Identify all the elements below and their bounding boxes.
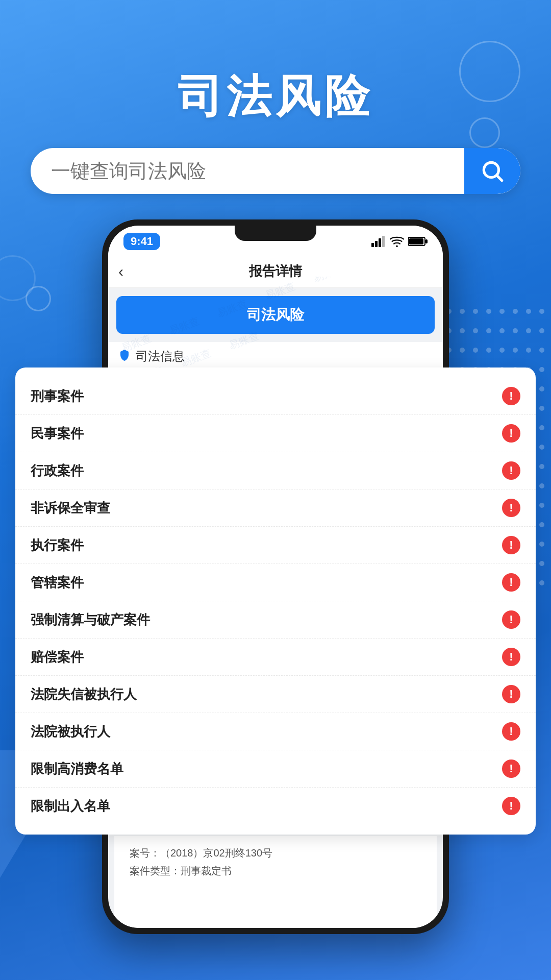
bottom-case-info: 案号：（2018）京02刑终130号 案件类型：刑事裁定书 [114, 836, 437, 928]
svg-point-87 [539, 503, 544, 508]
list-item-label: 强制清算与破产案件 [31, 611, 150, 629]
bg-circle-4 [26, 286, 51, 311]
svg-point-18 [473, 348, 478, 353]
list-item[interactable]: 限制出入名单! [15, 788, 536, 824]
list-item[interactable]: 刑事案件! [15, 378, 536, 415]
svg-point-19 [486, 348, 491, 353]
list-item[interactable]: 执行案件! [15, 527, 536, 564]
alert-icon: ! [502, 499, 520, 517]
list-item[interactable]: 管辖案件! [15, 564, 536, 601]
shield-icon [118, 349, 131, 364]
alert-icon: ! [502, 685, 520, 703]
search-icon [480, 158, 505, 184]
svg-point-7 [539, 309, 544, 314]
status-icons [371, 236, 428, 247]
search-button[interactable] [464, 148, 520, 194]
alert-icon: ! [502, 760, 520, 778]
svg-rect-125 [382, 236, 385, 247]
list-item-label: 管辖案件 [31, 574, 84, 592]
bg-circle-3 [0, 255, 36, 301]
svg-point-55 [539, 425, 544, 430]
svg-point-21 [513, 348, 518, 353]
list-item[interactable]: 行政案件! [15, 452, 536, 489]
svg-rect-123 [375, 241, 378, 247]
status-time: 9:41 [123, 233, 160, 250]
svg-point-39 [539, 386, 544, 391]
svg-point-111 [539, 561, 544, 566]
svg-point-22 [526, 348, 531, 353]
alert-icon: ! [502, 797, 520, 815]
battery-icon [408, 236, 428, 247]
svg-point-47 [539, 406, 544, 411]
svg-point-2 [473, 309, 478, 314]
svg-point-79 [539, 483, 544, 488]
svg-point-12 [499, 328, 505, 333]
svg-point-1 [460, 309, 465, 314]
list-item[interactable]: 赔偿案件! [15, 639, 536, 676]
svg-point-13 [513, 328, 518, 333]
alert-icon: ! [502, 424, 520, 443]
svg-point-95 [539, 522, 544, 527]
case-type: 案件类型：刑事裁定书 [130, 864, 421, 878]
svg-rect-124 [379, 238, 381, 247]
list-item-label: 限制高消费名单 [31, 760, 123, 778]
alert-icon: ! [502, 722, 520, 741]
alert-icon: ! [502, 610, 520, 629]
section-header: 司法信息 [108, 342, 443, 371]
alert-icon: ! [502, 536, 520, 554]
list-item-label: 法院失信被执行人 [31, 685, 137, 703]
svg-point-15 [539, 328, 544, 333]
svg-point-63 [539, 445, 544, 450]
svg-point-71 [539, 464, 544, 469]
search-input[interactable] [31, 148, 464, 194]
svg-point-23 [539, 348, 544, 353]
list-item-label: 限制出入名单 [31, 797, 110, 815]
list-item[interactable]: 强制清算与破产案件! [15, 601, 536, 639]
list-item-label: 民事案件 [31, 425, 84, 443]
list-item-label: 法院被执行人 [31, 723, 110, 741]
svg-rect-128 [409, 238, 423, 244]
svg-point-17 [460, 348, 465, 353]
alert-icon: ! [502, 573, 520, 592]
list-item-label: 执行案件 [31, 536, 84, 554]
signal-icon [371, 236, 386, 247]
search-bar [31, 148, 520, 194]
list-item-label: 刑事案件 [31, 387, 84, 405]
tab-button[interactable]: 司法风险 [116, 296, 435, 334]
svg-rect-129 [425, 239, 428, 243]
list-item-label: 非诉保全审查 [31, 499, 110, 517]
alert-icon: ! [502, 461, 520, 480]
svg-point-9 [460, 328, 465, 333]
list-item[interactable]: 限制高消费名单! [15, 750, 536, 788]
svg-point-119 [539, 580, 544, 585]
svg-point-3 [486, 309, 491, 314]
svg-point-103 [539, 542, 544, 547]
svg-point-5 [513, 309, 518, 314]
svg-point-6 [526, 309, 531, 314]
list-item[interactable]: 法院被执行人! [15, 713, 536, 750]
svg-point-11 [486, 328, 491, 333]
alert-icon: ! [502, 387, 520, 405]
back-button[interactable]: ‹ [118, 263, 139, 280]
svg-line-121 [497, 176, 502, 181]
svg-point-31 [539, 367, 544, 372]
svg-point-126 [396, 246, 398, 247]
nav-title: 报告详情 [139, 262, 412, 280]
list-item[interactable]: 非诉保全审查! [15, 489, 536, 527]
svg-point-10 [473, 328, 478, 333]
list-item[interactable]: 民事案件! [15, 415, 536, 452]
list-item-label: 行政案件 [31, 462, 84, 480]
nav-bar: ‹ 报告详情 [108, 255, 443, 288]
page-title: 司法风险 [0, 66, 551, 127]
wifi-icon [390, 236, 404, 247]
case-number: 案号：（2018）京02刑终130号 [130, 846, 421, 860]
list-item[interactable]: 法院失信被执行人! [15, 676, 536, 713]
svg-point-14 [526, 328, 531, 333]
floating-card: 刑事案件!民事案件!行政案件!非诉保全审查!执行案件!管辖案件!强制清算与破产案… [15, 368, 536, 835]
svg-point-20 [499, 348, 505, 353]
svg-rect-122 [371, 243, 374, 247]
alert-icon: ! [502, 648, 520, 666]
list-item-label: 赔偿案件 [31, 648, 84, 666]
svg-point-4 [499, 309, 505, 314]
section-title: 司法信息 [136, 348, 185, 364]
